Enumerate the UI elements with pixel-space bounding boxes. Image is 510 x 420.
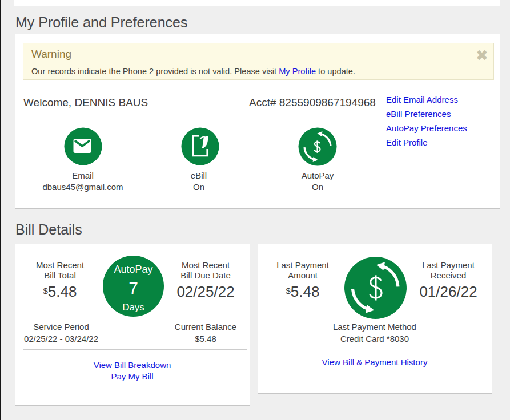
svg-text:AutoPay: AutoPay xyxy=(114,264,152,275)
svg-text:7: 7 xyxy=(128,278,138,297)
svg-text:Days: Days xyxy=(122,302,144,313)
